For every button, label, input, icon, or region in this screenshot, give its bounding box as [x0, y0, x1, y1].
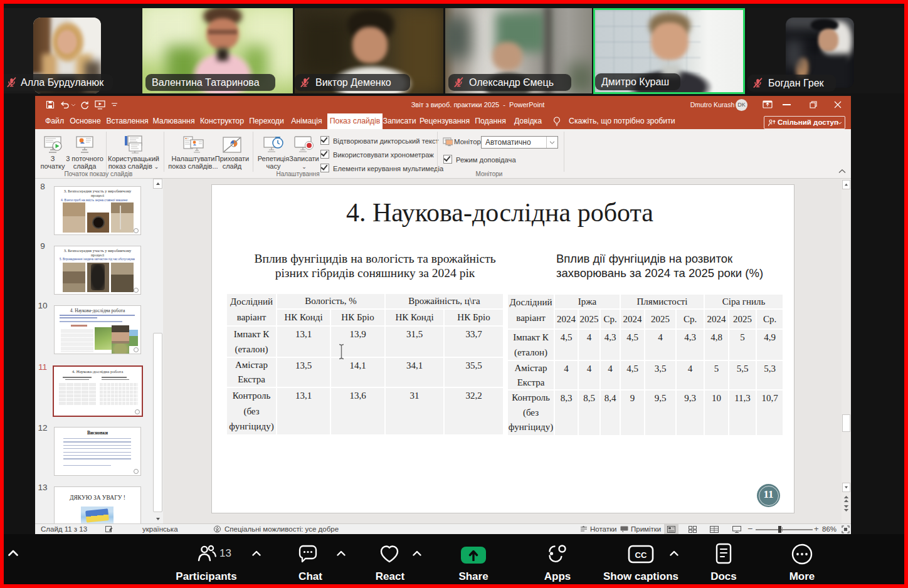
svg-text:CC: CC	[635, 550, 647, 560]
